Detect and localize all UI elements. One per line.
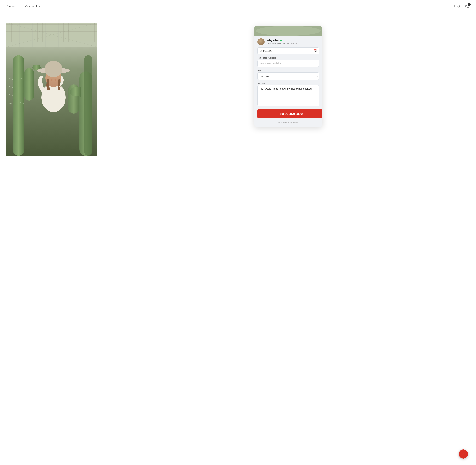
powered-by: 👁 Powered by Hoory [254, 121, 322, 124]
message-textarea[interactable]: Hi, I would like to know if my issue was… [257, 85, 319, 106]
templates-input[interactable] [257, 60, 319, 67]
svg-rect-32 [84, 55, 92, 156]
message-label: Message [257, 82, 319, 85]
top-strip-svg [254, 26, 322, 36]
avatar [257, 38, 264, 45]
svg-point-34 [256, 26, 321, 36]
widget-form: 📅 Templates Available test two days one … [254, 47, 322, 107]
svg-rect-13 [13, 55, 24, 156]
templates-label: Templates Available [257, 57, 319, 59]
agent-subtitle: Typically replies in a few minutes [266, 42, 319, 45]
nav-login[interactable]: Login [454, 5, 461, 8]
nav-left: Stories Contact Us [7, 5, 448, 8]
templates-field: Templates Available [257, 57, 319, 67]
online-indicator [280, 40, 282, 41]
hero-svg [7, 23, 97, 156]
widget-header: Why wine Typically replies in a few minu… [254, 36, 322, 47]
navbar: Stories Contact Us Login 🛍 0 [0, 0, 476, 13]
agent-name-text: Why wine [266, 39, 279, 42]
date-field: 📅 [257, 47, 319, 54]
message-field: Message Hi, I would like to know if my i… [257, 82, 319, 107]
svg-point-29 [54, 79, 56, 81]
start-conversation-button[interactable]: Start Conversation [257, 109, 322, 118]
nav-right: Login 🛍 0 [454, 4, 469, 9]
nav-stories[interactable]: Stories [7, 5, 16, 8]
test-label: test [257, 69, 319, 72]
hoory-icon: 👁 [278, 121, 280, 124]
widget-top-image [254, 26, 322, 36]
nav-divider [451, 2, 451, 11]
test-select[interactable]: two days one day three days one week [257, 72, 319, 80]
hero-image [7, 23, 97, 156]
svg-rect-14 [24, 68, 34, 101]
date-input-wrap: 📅 [257, 47, 319, 54]
powered-by-text: Powered by Hoory [281, 121, 298, 124]
close-icon: × [462, 452, 465, 456]
nav-contact[interactable]: Contact Us [25, 5, 40, 8]
svg-point-28 [51, 79, 52, 81]
svg-rect-15 [32, 65, 41, 70]
cart-badge: 0 [468, 3, 471, 6]
date-input[interactable] [257, 47, 319, 54]
test-field: test two days one day three days one wee… [257, 69, 319, 80]
chat-widget: Why wine Typically replies in a few minu… [254, 26, 322, 127]
cart-button[interactable]: 🛍 0 [465, 4, 469, 9]
svg-point-27 [45, 61, 62, 77]
right-panel: Why wine Typically replies in a few minu… [107, 23, 469, 127]
header-info: Why wine Typically replies in a few minu… [266, 39, 319, 45]
close-fab-button[interactable]: × [459, 449, 468, 458]
avatar-image [257, 38, 264, 45]
photo-bg [7, 23, 97, 156]
main-content: Why wine Typically replies in a few minu… [0, 13, 476, 465]
agent-name: Why wine [266, 39, 319, 42]
